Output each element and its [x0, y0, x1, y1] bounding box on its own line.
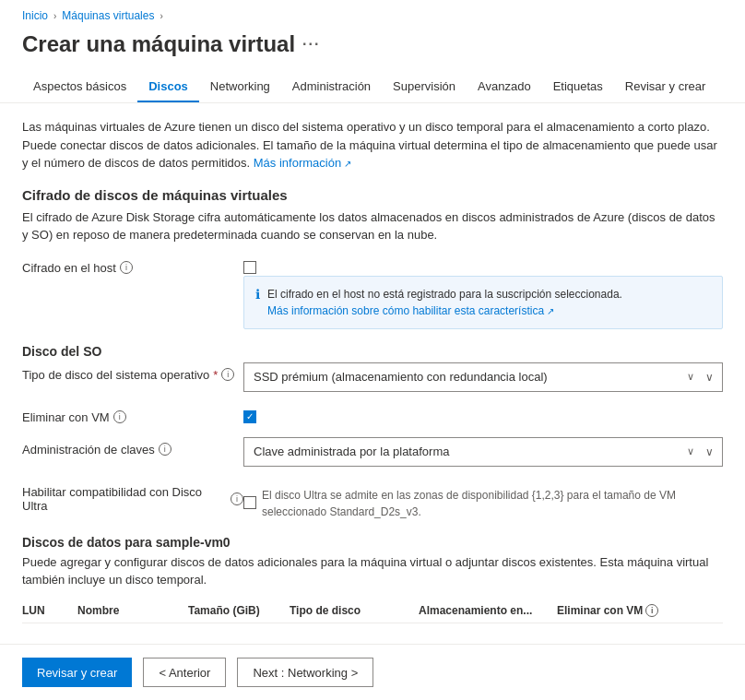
delete-vm-label: Eliminar con VM i	[22, 405, 243, 424]
info-box-content: El cifrado en el host no está registrado…	[267, 286, 622, 319]
delete-vm-row: Eliminar con VM i	[22, 405, 723, 424]
host-encryption-checkbox[interactable]	[243, 261, 256, 274]
ultra-disk-desc: El disco Ultra se admite en las zonas de…	[262, 485, 723, 520]
tab-aspectos-basicos[interactable]: Aspectos básicos	[22, 72, 137, 102]
breadcrumb-sep-2: ›	[160, 11, 162, 21]
required-marker: *	[213, 368, 218, 382]
delete-vm-info-icon[interactable]: i	[113, 410, 126, 423]
delete-vm-checkbox-wrapper	[243, 405, 723, 423]
tab-administracion[interactable]: Administración	[281, 72, 382, 102]
disk-type-label: Tipo de disco del sistema operativo * i	[22, 362, 243, 382]
col-almacenamiento: Almacenamiento en...	[419, 604, 557, 617]
key-mgmt-dropdown-wrapper: Clave administrada por la plataforma ∨	[243, 437, 723, 467]
breadcrumb-sep-1: ›	[53, 11, 56, 21]
previous-button[interactable]: < Anterior	[143, 658, 226, 687]
tab-etiquetas[interactable]: Etiquetas	[542, 72, 614, 102]
host-encryption-label: Cifrado en el host i	[22, 255, 243, 275]
breadcrumb-inicio[interactable]: Inicio	[22, 9, 48, 22]
disk-type-control: SSD prémium (almacenamiento con redundan…	[243, 362, 723, 392]
key-mgmt-label: Administración de claves i	[22, 437, 243, 457]
host-encryption-row: Cifrado en el host i ℹ El cifrado en el …	[22, 255, 723, 329]
breadcrumb-vms[interactable]: Máquinas virtuales	[62, 9, 154, 22]
page-title-container: Crear una máquina virtual ···	[0, 28, 745, 72]
intro-link[interactable]: Más información	[254, 156, 351, 170]
ultra-disk-checkbox-wrapper: El disco Ultra se admite en las zonas de…	[243, 480, 723, 520]
col-eliminar-vm: Eliminar con VM i	[557, 604, 668, 617]
data-disks-title: Discos de datos para sample-vm0	[22, 535, 723, 550]
table-header-row: LUN Nombre Tamaño (GiB) Tipo de disco Al…	[22, 604, 723, 623]
main-content: Las máquinas virtuales de Azure tienen u…	[0, 103, 745, 638]
info-box-link[interactable]: Más información sobre cómo habilitar est…	[267, 304, 554, 317]
info-box-icon: ℹ	[255, 287, 260, 319]
page-title: Crear una máquina virtual	[22, 31, 295, 57]
tab-discos[interactable]: Discos	[137, 72, 199, 102]
tab-revisar-crear[interactable]: Revisar y crear	[614, 72, 716, 102]
ultra-disk-checkbox[interactable]	[243, 496, 256, 509]
intro-text: Las máquinas virtuales de Azure tienen u…	[22, 118, 723, 172]
col-eliminar-info-icon[interactable]: i	[645, 604, 658, 617]
host-encryption-control: ℹ El cifrado en el host no está registra…	[243, 255, 723, 329]
ultra-disk-control: El disco Ultra se admite en las zonas de…	[243, 480, 723, 520]
ultra-disk-label: Habilitar compatibilidad con Disco Ultra…	[22, 480, 243, 513]
host-encryption-info-box: ℹ El cifrado en el host no está registra…	[243, 276, 723, 329]
key-mgmt-chevron-icon: ∨	[687, 445, 694, 457]
ultra-disk-row: Habilitar compatibilidad con Disco Ultra…	[22, 480, 723, 520]
tab-networking[interactable]: Networking	[199, 72, 281, 102]
data-disks-table: LUN Nombre Tamaño (GiB) Tipo de disco Al…	[22, 604, 723, 623]
disk-type-row: Tipo de disco del sistema operativo * i …	[22, 362, 723, 392]
key-mgmt-row: Administración de claves i Clave adminis…	[22, 437, 723, 467]
key-mgmt-info-icon[interactable]: i	[159, 443, 171, 456]
tab-bar: Aspectos básicos Discos Networking Admin…	[0, 72, 745, 103]
encryption-section-title: Cifrado de discos de máquinas virtuales	[22, 187, 723, 203]
delete-vm-control	[243, 405, 723, 423]
disk-type-dropdown-wrapper: SSD prémium (almacenamiento con redundan…	[243, 362, 723, 392]
next-networking-button[interactable]: Next : Networking >	[237, 658, 373, 687]
data-disks-desc: Puede agregar y configurar discos de dat…	[22, 553, 723, 589]
footer: Revisar y crear < Anterior Next : Networ…	[0, 644, 745, 700]
key-mgmt-dropdown[interactable]: Clave administrada por la plataforma ∨	[243, 437, 723, 467]
os-disk-section-title: Disco del SO	[22, 344, 723, 359]
col-lun: LUN	[22, 604, 77, 617]
key-mgmt-control: Clave administrada por la plataforma ∨	[243, 437, 723, 467]
review-create-button[interactable]: Revisar y crear	[22, 658, 132, 687]
encryption-section-desc: El cifrado de Azure Disk Storage cifra a…	[22, 208, 723, 244]
tab-supervision[interactable]: Supervisión	[382, 72, 467, 102]
page-title-menu[interactable]: ···	[302, 36, 320, 53]
host-encryption-checkbox-wrapper	[243, 255, 723, 274]
host-encryption-info-icon[interactable]: i	[120, 261, 133, 274]
disk-type-info-icon[interactable]: i	[221, 368, 234, 381]
ultra-disk-info-icon[interactable]: i	[231, 492, 243, 505]
col-tamano: Tamaño (GiB)	[188, 604, 290, 617]
disk-type-dropdown[interactable]: SSD prémium (almacenamiento con redundan…	[243, 362, 723, 392]
breadcrumb: Inicio › Máquinas virtuales ›	[0, 0, 745, 28]
tab-avanzado[interactable]: Avanzado	[467, 72, 542, 102]
delete-vm-checkbox[interactable]	[243, 410, 256, 423]
col-nombre: Nombre	[77, 604, 188, 617]
disk-type-chevron-icon: ∨	[687, 371, 694, 383]
col-tipo-disco: Tipo de disco	[290, 604, 419, 617]
